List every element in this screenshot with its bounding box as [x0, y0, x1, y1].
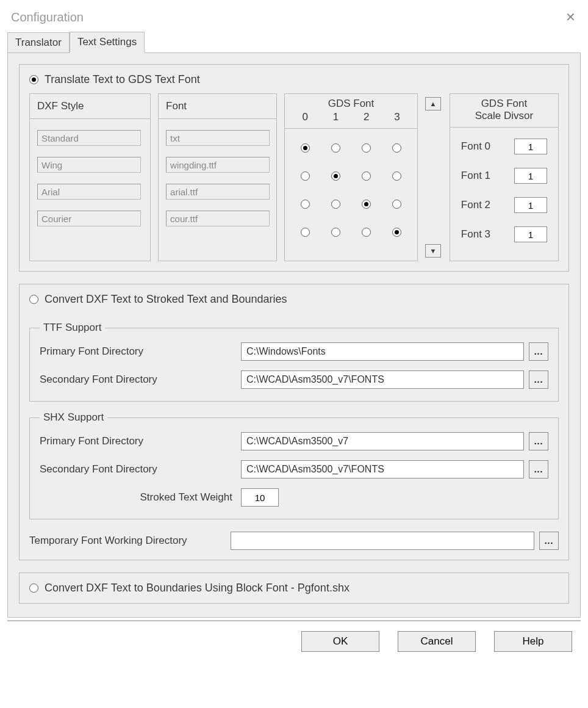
legend-shx: SHX Support	[40, 411, 107, 424]
shx-weight-input[interactable]	[241, 488, 279, 507]
shx-weight-label: Stroked Text Weight	[40, 491, 241, 504]
gds-col-0: 0	[302, 111, 307, 123]
gds-radio-r0-c2[interactable]	[362, 143, 371, 153]
dxf-style-3	[37, 211, 141, 226]
gds-radio-r0-c0[interactable]	[301, 143, 310, 153]
temp-dir-label: Temporary Font Working Directory	[29, 535, 231, 547]
divsor-input-2[interactable]	[514, 197, 547, 213]
gds-col-2: 2	[364, 111, 369, 123]
divsor-input-3[interactable]	[514, 226, 547, 242]
gds-radio-r3-c0[interactable]	[301, 228, 310, 237]
radio-convert-stroked-label: Convert DXF Text to Stroked Text and Bou…	[45, 293, 287, 306]
temp-dir-input[interactable]	[231, 532, 534, 550]
divsor-label-1: Font 1	[461, 170, 490, 182]
font-1	[166, 157, 270, 173]
col-font: Font	[158, 93, 277, 261]
header-dxf-style: DXF Style	[30, 94, 150, 119]
gds-radio-r0-c3[interactable]	[392, 143, 401, 153]
font-2	[166, 184, 270, 200]
radio-translate-gds[interactable]	[29, 75, 38, 84]
divsor-label-2: Font 2	[461, 199, 490, 211]
close-icon[interactable]: ✕	[565, 10, 576, 24]
gds-radio-r1-c2[interactable]	[362, 172, 371, 181]
divsor-label-0: Font 0	[461, 140, 490, 153]
legend-ttf: TTF Support	[40, 322, 105, 334]
header-scale-divsor-b: Scale Divsor	[450, 110, 558, 128]
group-convert-block: Convert DXF Text to Boundaries Using Blo…	[19, 573, 569, 604]
gds-radio-r2-c0[interactable]	[301, 200, 310, 209]
col-gds-font: GDS Font 0 1 2 3	[284, 93, 418, 261]
divsor-label-3: Font 3	[461, 228, 490, 240]
shx-primary-input[interactable]	[241, 432, 524, 450]
shx-secondary-input[interactable]	[241, 460, 524, 479]
ok-button[interactable]: OK	[301, 631, 379, 652]
gds-radio-r3-c1[interactable]	[331, 228, 340, 237]
radio-translate-gds-label: Translate Text to GDS Text Font	[45, 73, 200, 86]
header-font: Font	[159, 94, 276, 119]
gds-radio-r2-c3[interactable]	[392, 200, 401, 209]
scroll-down-icon[interactable]: ▼	[425, 244, 441, 258]
header-gds-font: GDS Font	[285, 94, 417, 111]
shx-secondary-label: Secondary Font Directory	[40, 463, 241, 475]
fieldset-ttf-support: TTF Support Primary Font Directory ... S…	[29, 322, 559, 402]
group-convert-stroked: Convert DXF Text to Stroked Text and Bou…	[19, 284, 569, 560]
gds-radio-r3-c3[interactable]	[392, 228, 401, 237]
dxf-style-1	[37, 157, 141, 173]
gds-col-3: 3	[394, 111, 400, 123]
cancel-button[interactable]: Cancel	[398, 631, 476, 652]
group-translate-gds: Translate Text to GDS Text Font DXF Styl…	[19, 64, 569, 272]
ttf-primary-browse[interactable]: ...	[529, 342, 548, 361]
dxf-style-0	[37, 130, 141, 146]
gds-radio-r1-c3[interactable]	[392, 172, 401, 181]
ttf-primary-label: Primary Font Directory	[40, 345, 241, 358]
tab-text-settings[interactable]: Text Settings	[70, 32, 145, 53]
tab-translator[interactable]: Translator	[7, 32, 70, 52]
gds-radio-r2-c2[interactable]	[362, 200, 371, 209]
radio-convert-block-label: Convert DXF Text to Boundaries Using Blo…	[45, 582, 350, 594]
radio-convert-stroked[interactable]	[29, 295, 38, 304]
shx-primary-label: Primary Font Directory	[40, 435, 241, 447]
scroll-up-icon[interactable]: ▲	[425, 97, 441, 110]
ttf-secondary-input[interactable]	[241, 370, 524, 389]
col-scale-divsor: GDS Font Scale Divsor Font 0 Font 1 Font…	[450, 93, 559, 261]
fieldset-shx-support: SHX Support Primary Font Directory ... S…	[29, 411, 559, 519]
col-dxf-style: DXF Style	[29, 93, 151, 261]
ttf-primary-input[interactable]	[241, 342, 524, 361]
header-scale-divsor-a: GDS Font	[450, 94, 558, 110]
help-button[interactable]: Help	[494, 631, 572, 652]
gds-radio-r3-c2[interactable]	[362, 228, 371, 237]
gds-radio-r2-c1[interactable]	[331, 200, 340, 209]
ttf-secondary-label: Secondary Font Directory	[40, 374, 241, 386]
shx-secondary-browse[interactable]: ...	[529, 460, 548, 479]
window-title: Configuration	[11, 10, 84, 24]
dxf-style-2	[37, 184, 141, 200]
divsor-input-1[interactable]	[514, 168, 547, 184]
radio-convert-block[interactable]	[29, 583, 38, 593]
gds-radio-r0-c1[interactable]	[331, 143, 340, 153]
gds-radio-r1-c0[interactable]	[301, 172, 310, 181]
font-3	[166, 211, 270, 226]
gds-col-1: 1	[333, 111, 339, 123]
ttf-secondary-browse[interactable]: ...	[529, 370, 548, 389]
temp-dir-browse[interactable]: ...	[539, 532, 559, 550]
gds-radio-r1-c1[interactable]	[331, 172, 340, 181]
font-0	[166, 130, 270, 146]
shx-primary-browse[interactable]: ...	[529, 432, 548, 450]
divsor-input-0[interactable]	[514, 139, 547, 154]
